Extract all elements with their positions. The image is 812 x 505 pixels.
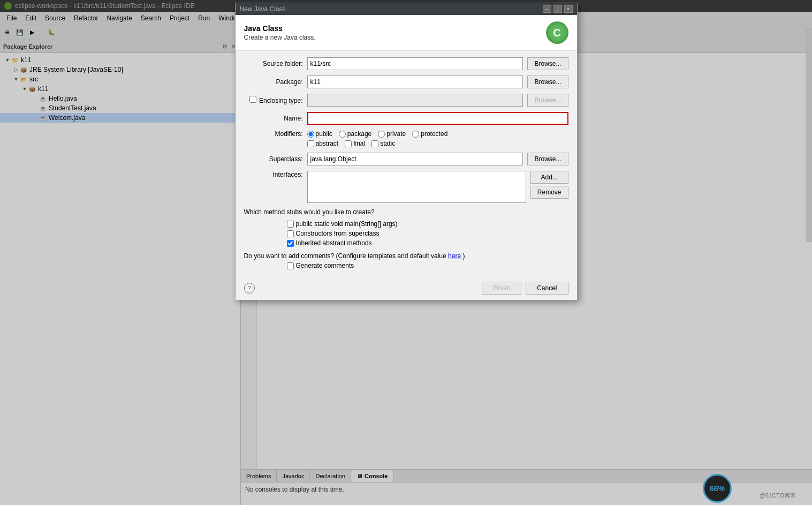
dialog-footer-left: ? [244,282,478,295]
modifier-package[interactable]: package [339,130,371,138]
modifier-checkboxes: abstract final static [307,140,448,147]
superclass-input[interactable] [307,153,523,165]
dialog-header: Java Class Create a new Java class. C [236,15,577,51]
new-java-class-dialog: New Java Class ─ □ ✕ Java Class Create a… [235,3,578,300]
stub-inherited[interactable]: Inherited abstract methods [244,239,568,247]
stub-constructors[interactable]: Constructors from superclass [244,230,568,237]
interfaces-add-btn[interactable]: Add... [530,171,568,184]
superclass-row: Superclass: Browse... [244,153,568,165]
dialog-overlay: New Java Class ─ □ ✕ Java Class Create a… [0,0,812,505]
source-folder-row: Source folder: Browse... [244,57,568,70]
superclass-browse-btn[interactable]: Browse... [527,153,568,165]
modifier-final[interactable]: final [345,140,365,147]
modifier-abstract[interactable]: abstract [307,140,339,147]
stub-main-method[interactable]: public static void main(String[] args) [244,220,568,228]
generate-comments-option[interactable]: Generate comments [244,262,568,269]
dialog-titlebar: New Java Class ─ □ ✕ [236,3,577,15]
modifier-static[interactable]: static [371,140,395,147]
dialog-title: New Java Class [240,5,286,13]
name-label: Name: [244,115,303,122]
package-label: Package: [244,78,303,86]
source-folder-input[interactable] [307,57,523,70]
source-folder-browse-btn[interactable]: Browse... [527,57,568,70]
comments-section: Do you want to add comments? (Configure … [244,252,568,269]
enclosing-type-browse-btn: Browse... [527,94,568,107]
enclosing-type-row: Enclosing type: Browse... [244,94,568,107]
name-input[interactable] [307,112,568,125]
dialog-maximize-btn[interactable]: □ [553,5,562,13]
interfaces-list [307,171,526,203]
package-browse-btn[interactable]: Browse... [527,76,568,88]
modifier-radio-group: public package private protected [307,130,448,138]
enclosing-type-label: Enclosing type: [244,96,303,104]
java-class-logo: C [546,21,568,44]
modifiers-label: Modifiers: [244,130,303,138]
dialog-footer: ? Finish Cancel [236,276,577,300]
interfaces-buttons: Add... Remove [530,171,568,199]
dialog-subheading: Create a new Java class. [244,34,316,41]
comments-title: Do you want to add comments? (Configure … [244,252,568,260]
dialog-window-controls: ─ □ ✕ [543,5,573,13]
enclosing-type-input[interactable] [307,94,523,107]
dialog-heading: Java Class [244,24,316,33]
package-row: Package: Browse... [244,76,568,88]
dialog-minimize-btn[interactable]: ─ [543,5,551,13]
finish-button[interactable]: Finish [482,282,521,295]
name-row: Name: [244,112,568,125]
modifier-public[interactable]: public [307,130,332,138]
dialog-form: Source folder: Browse... Package: Browse… [236,51,577,276]
interfaces-remove-btn[interactable]: Remove [530,186,568,199]
modifier-protected[interactable]: protected [412,130,447,138]
interfaces-row: Interfaces: Add... Remove [244,171,568,203]
package-input[interactable] [307,76,523,88]
stubs-title: Which method stubs would you like to cre… [244,208,568,216]
enclosing-type-checkbox[interactable] [249,96,256,103]
interfaces-label: Interfaces: [244,171,303,178]
help-icon[interactable]: ? [244,283,255,293]
comments-link[interactable]: here [448,252,461,260]
dialog-close-btn[interactable]: ✕ [564,5,573,13]
modifiers-row: Modifiers: public package private [244,130,568,147]
method-stubs-section: Which method stubs would you like to cre… [244,208,568,247]
superclass-label: Superclass: [244,155,303,163]
modifier-private[interactable]: private [378,130,406,138]
source-folder-label: Source folder: [244,60,303,67]
modifiers-options: public package private protected [307,130,448,147]
cancel-button[interactable]: Cancel [526,282,568,295]
dialog-header-text: Java Class Create a new Java class. [244,24,316,41]
